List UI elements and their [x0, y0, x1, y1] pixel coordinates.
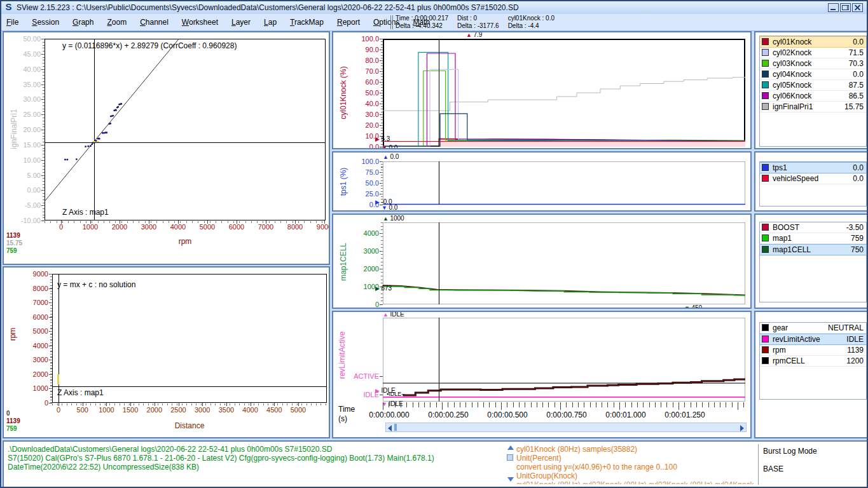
channel-color-swatch [762, 92, 769, 99]
cursor-readout: 759 [6, 425, 17, 432]
scroll-thumb[interactable] [507, 454, 513, 461]
time-scrollbar[interactable] [385, 423, 747, 432]
time-major-ticks [383, 402, 745, 410]
channel-row-vehicleSpeed[interactable]: vehicleSpeed0.0 [760, 173, 866, 184]
log-file-info-line: S7(15020) Cal(GPro's S7-Plus 6870 1.678.… [8, 454, 434, 463]
sview-window: S SView 2.15.223 : C:\Users\Public\Docum… [0, 0, 868, 488]
channel-name: revLimitActive [773, 335, 820, 344]
x-minor-ticks [52, 403, 327, 405]
channel-value: 750 [851, 245, 864, 254]
restore-button[interactable] [840, 3, 851, 12]
cursor-cell-marker [93, 141, 95, 142]
time-tick-label: 0:00:00.500 [482, 410, 533, 419]
scroll-thumb[interactable] [394, 424, 397, 431]
cursor-marker-icon: ▶ [375, 136, 380, 142]
tps1-chart-panel[interactable]: 100.075.050.025.00.0tps1 (%)▲ 0.0▶ -0.0▼… [332, 151, 752, 212]
knock-channels-panel: cyl01Knock0.0cyl02Knock71.5cyl03Knock70.… [754, 31, 868, 149]
channel-row-BOOST[interactable]: BOOST-3.50 [760, 222, 866, 233]
cursor-marker-icon: ▶ [375, 388, 380, 394]
channel-row-cyl03Knock[interactable]: cyl03Knock70.3 [760, 58, 866, 69]
crosshair-vertical [439, 318, 439, 402]
channel-row-cyl02Knock[interactable]: cyl02Knock71.5 [760, 48, 866, 58]
crosshair-horizontal [52, 386, 327, 387]
x-tick-label: 1000 [78, 223, 103, 231]
minimize-button[interactable] [828, 3, 839, 12]
channel-color-swatch [762, 175, 769, 182]
y-tick-label: 70.0 [350, 67, 379, 75]
cursor-cell-marker [57, 374, 59, 384]
cursor-marker: ▶ 5.3 [375, 135, 390, 142]
y-tick-mark [380, 304, 383, 305]
y-tick-label: 0.0 [350, 143, 379, 149]
scroll-right-icon[interactable] [740, 425, 744, 431]
channel-name: rpmCELL [773, 356, 805, 365]
menu-zoom[interactable]: Zoom [107, 18, 127, 27]
channel-value: 87.5 [849, 81, 864, 90]
channel-row-cyl01Knock[interactable]: cyl01Knock0.0 [760, 36, 866, 48]
channel-row-cyl04Knock[interactable]: cyl04Knock0.0 [760, 69, 866, 80]
crosshair-vertical [439, 39, 439, 147]
channel-row-rpmCELL[interactable]: rpmCELL1200 [760, 356, 866, 367]
cursor-readout: 15.75 [6, 240, 22, 247]
channel-row-gear[interactable]: gearNEUTRAL [760, 323, 866, 334]
cursor-marker-icon: ▶ [375, 199, 380, 205]
channel-info-scrollbar[interactable] [507, 444, 514, 485]
time-tick-label: 0:00:01.000 [600, 410, 651, 419]
channel-value: 86.5 [849, 92, 864, 100]
y-tick-label: 50.00 [11, 35, 41, 43]
chart-traces [383, 39, 745, 147]
channel-info-line: convert using y=(x/40.96)+0 to the range… [516, 463, 754, 471]
menu-items: FileSessionGraphZoomChannelWorksheetLaye… [6, 14, 430, 30]
channel-name: map1 [773, 234, 792, 243]
y-tick-label: 20.0 [350, 121, 379, 129]
trace-start-label: ▪IDLE– [387, 391, 404, 397]
channel-row-cyl06Knock[interactable]: cyl06Knock86.5 [760, 91, 866, 102]
x-tick-label: 3500 [214, 406, 239, 414]
menu-layer[interactable]: Layer [231, 18, 251, 27]
channel-color-swatch [762, 346, 769, 353]
chart-traces [383, 222, 745, 304]
channel-name: tps1 [773, 163, 787, 172]
channel-row-ignFinalPri1[interactable]: ignFinalPri115.75 [760, 102, 866, 112]
menu-lap[interactable]: Lap [264, 18, 277, 27]
scatter-ign-vs-rpm-panel[interactable]: 50.0045.0040.0035.0030.0025.0020.0015.00… [3, 31, 330, 265]
channel-row-map1[interactable]: map1759 [760, 233, 866, 244]
scroll-up-icon[interactable] [507, 445, 514, 450]
menu-bar: FileSessionGraphZoomChannelWorksheetLaye… [1, 14, 867, 31]
scroll-down-icon[interactable] [507, 477, 514, 482]
channel-color-swatch [762, 38, 769, 45]
time-axis-name: Time [338, 405, 355, 414]
menu-worksheet[interactable]: Worksheet [182, 18, 218, 27]
x-axis-name: Distance [170, 421, 209, 430]
channel-row-rpm[interactable]: rpm1139 [760, 345, 866, 356]
scroll-left-icon[interactable] [388, 425, 392, 431]
menu-report[interactable]: Report [337, 18, 360, 27]
channel-row-cyl05Knock[interactable]: cyl05Knock87.5 [760, 80, 866, 91]
y-tick-label: 90.0 [350, 46, 379, 53]
x-minor-ticks [45, 221, 326, 223]
menu-session[interactable]: Session [32, 18, 59, 27]
status-bar: .\DownloadedData\Customers\General logs\… [3, 440, 868, 488]
y-tick-label: 0 [350, 301, 379, 308]
menu-trackmap[interactable]: TrackMap [290, 18, 324, 27]
map-channels-panel: BOOST-3.50map1759map1CELL750 [754, 214, 868, 309]
menu-file[interactable]: File [6, 18, 18, 27]
title-bar[interactable]: S SView 2.15.223 : C:\Users\Public\Docum… [1, 1, 867, 15]
menu-graph[interactable]: Graph [72, 18, 93, 27]
map1cell-chart-panel[interactable]: 40003000200010000map1CELL▲ 1000▶ 673▼ 45… [332, 214, 752, 309]
cursor-value-line [383, 141, 745, 142]
scatter-rpm-vs-distance-panel[interactable]: 9000800070006000500040003000200010000050… [3, 266, 330, 438]
min-marker-icon: ▼ [382, 145, 387, 149]
channel-name: vehicleSpeed [773, 174, 818, 183]
channel-row-map1CELL[interactable]: map1CELL750 [760, 244, 866, 255]
log-file-info-line: DateTime(2020\6\22 22:52) UncompressedSi… [8, 463, 434, 471]
channel-row-tps1[interactable]: tps10.0 [760, 162, 866, 173]
y-tick-label: 100.0 [350, 35, 379, 43]
revlimitactive-chart-panel[interactable]: ACTIVEIDLErevLimitActive▲ IDLE▶ IDLE▼ ID… [332, 311, 752, 438]
cyl01knock-chart-panel[interactable]: 100.090.080.070.060.050.040.030.020.010.… [332, 31, 752, 149]
menu-channel[interactable]: Channel [140, 18, 169, 27]
y-axis-name: ignFinalPri1 [10, 85, 18, 173]
close-button[interactable] [852, 3, 863, 12]
x-tick-label: 4000 [238, 406, 263, 414]
channel-row-revLimitActive[interactable]: revLimitActiveIDLE [760, 334, 866, 345]
